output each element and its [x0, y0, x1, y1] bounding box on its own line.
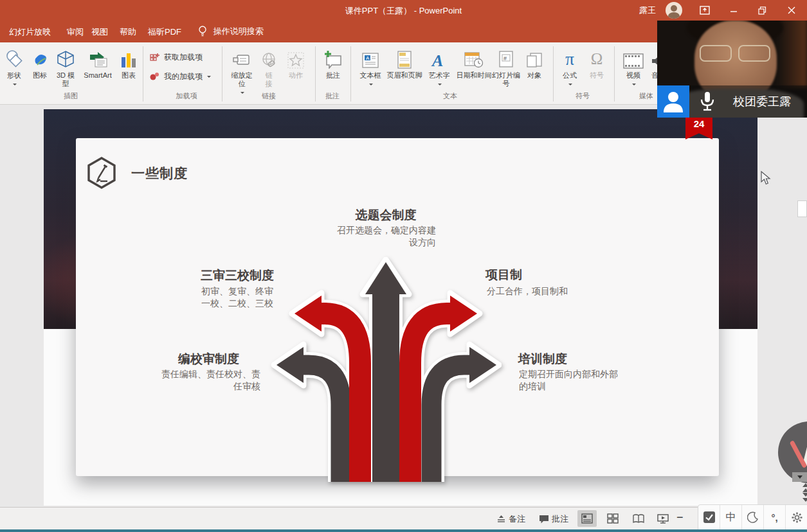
new-comment-icon: [323, 49, 343, 69]
annotation-tool-button[interactable]: [698, 505, 720, 529]
group-separator: [143, 46, 143, 102]
ime-utility-toolbar: 中 °,: [698, 504, 807, 530]
moon-fullwidth-button[interactable]: [742, 505, 764, 529]
omega-icon: Ω: [591, 49, 603, 69]
item-body-edit-review[interactable]: 责任编辑、责任校对、责 任审核: [158, 368, 260, 393]
dropdown-arrow-icon: [632, 84, 636, 87]
smartart-button[interactable]: SmartArt: [80, 46, 116, 80]
scroll-double-up-button[interactable]: [801, 482, 807, 491]
hyperlink-globe-icon: [260, 52, 277, 69]
dropdown-arrow-icon: [369, 84, 373, 87]
header-footer-icon: [397, 51, 412, 69]
slide-title[interactable]: 一些制度: [131, 164, 188, 182]
wordart-button[interactable]: A 艺术字: [424, 46, 454, 88]
dropdown-arrow-icon: [568, 84, 572, 87]
notes-toggle[interactable]: 备注: [496, 513, 525, 525]
action-star-icon: [287, 52, 304, 69]
group-label-symbols: 符号: [550, 91, 615, 101]
participant-button[interactable]: [657, 85, 689, 118]
group-label-text: 文本: [418, 91, 482, 101]
microphone-icon[interactable]: [697, 91, 718, 112]
mouse-cursor: [761, 171, 771, 186]
zoom-link-icon: [232, 53, 251, 69]
scroll-double-down-button[interactable]: [801, 495, 807, 504]
tell-me-label: 操作说明搜索: [213, 26, 264, 36]
wordart-icon: A: [430, 51, 449, 69]
comment-bubble-icon: [539, 515, 549, 524]
slide-number-icon: #: [498, 51, 514, 69]
close-button[interactable]: [777, 0, 806, 21]
item-heading-training[interactable]: 培训制度: [518, 351, 567, 368]
punctuation-mode-button[interactable]: °,: [764, 505, 786, 529]
red-pen-icon: [790, 440, 807, 468]
item-body-training[interactable]: 定期召开面向内部和外部 的培训: [519, 368, 628, 393]
triangle-down-icon: [797, 475, 802, 481]
date-time-icon: [464, 51, 484, 69]
ime-mode-button[interactable]: 中: [720, 505, 742, 529]
action-button-disabled: 动作: [282, 46, 310, 80]
zoom-link-button[interactable]: 缩放定位: [226, 46, 257, 96]
slide-number-button[interactable]: # 幻灯片编号: [491, 46, 521, 88]
slide-sorter-view-button[interactable]: [603, 510, 622, 527]
account-name[interactable]: 露王: [639, 4, 656, 16]
group-label-illustrations: 插图: [39, 91, 103, 101]
reading-view-button[interactable]: [629, 510, 648, 527]
svg-text:#: #: [503, 55, 507, 62]
tell-me-search[interactable]: 操作说明搜索: [198, 24, 264, 37]
tab-slideshow[interactable]: 幻灯片放映: [9, 26, 51, 38]
slideshow-icon: [657, 513, 669, 524]
dropdown-arrow-icon: [438, 84, 442, 87]
minus-icon: −: [676, 511, 684, 524]
webcam-participant-name: 校团委王露: [733, 94, 791, 109]
header-footer-button[interactable]: 页眉和页脚: [385, 46, 424, 80]
ribbon-display-options-button[interactable]: [690, 0, 719, 21]
svg-text:A: A: [431, 51, 443, 69]
new-comment-button[interactable]: 批注: [319, 46, 347, 80]
my-addins-button[interactable]: 我的加载项: [149, 71, 211, 82]
tab-help[interactable]: 帮助: [120, 26, 136, 38]
normal-view-button[interactable]: [577, 510, 597, 527]
icons-button[interactable]: 图标: [28, 46, 51, 80]
restore-button[interactable]: [748, 0, 777, 21]
ribbon-display-icon: [700, 6, 710, 15]
3d-models-button[interactable]: 3D 模型: [53, 46, 78, 88]
person-icon: [657, 85, 689, 118]
pencil-hexagon-icon[interactable]: [86, 157, 117, 189]
minimize-button[interactable]: [719, 0, 748, 21]
textbox-button[interactable]: A 文本框: [355, 46, 386, 88]
symbol-button-disabled: Ω 符号: [584, 46, 610, 80]
branching-arrows-diagram[interactable]: [257, 257, 502, 482]
item-heading-edit-review[interactable]: 编校审制度: [178, 351, 239, 368]
icons-icon: [31, 51, 49, 69]
group-label-comments: 批注: [300, 91, 365, 101]
item-body-topic-meeting[interactable]: 召开选题会，确定内容建 设方向: [333, 224, 436, 249]
zoom-out-button[interactable]: −: [676, 511, 684, 524]
window-title: 课件PPT（王露） - PowerPoint: [0, 5, 807, 17]
dropdown-arrow-icon: [13, 84, 17, 87]
get-addins-button[interactable]: 获取加载项: [149, 51, 203, 63]
chart-button[interactable]: 图表: [116, 46, 141, 80]
object-icon: [525, 52, 543, 69]
scrollbar-thumb[interactable]: [797, 200, 807, 217]
textbox-icon: A: [361, 52, 379, 69]
dropdown-arrow-icon: [207, 76, 211, 80]
webcam-name-bar: 校团委王露: [657, 85, 807, 118]
slideshow-view-button[interactable]: [653, 510, 673, 527]
link-button-disabled: 链 接: [258, 46, 279, 88]
comments-toggle[interactable]: 批注: [539, 513, 568, 525]
normal-view-icon: [581, 513, 593, 524]
lightbulb-icon: [198, 24, 207, 37]
ime-settings-button[interactable]: [786, 505, 807, 529]
equation-button[interactable]: π 公式: [556, 46, 584, 88]
date-time-button[interactable]: 日期和时间: [454, 46, 494, 80]
object-button[interactable]: 对象: [521, 46, 548, 80]
addin-store-icon: [149, 51, 161, 63]
tab-view[interactable]: 视图: [91, 26, 108, 38]
shapes-button[interactable]: 形状: [1, 46, 27, 88]
tab-foxit-pdf[interactable]: 福昕PDF: [148, 26, 181, 38]
account-avatar[interactable]: [666, 2, 682, 19]
avatar-body-icon: [668, 12, 680, 19]
tab-review[interactable]: 审阅: [67, 26, 84, 38]
item-heading-topic-meeting[interactable]: 选题会制度: [322, 207, 450, 224]
screen-share-border: [0, 529, 807, 532]
